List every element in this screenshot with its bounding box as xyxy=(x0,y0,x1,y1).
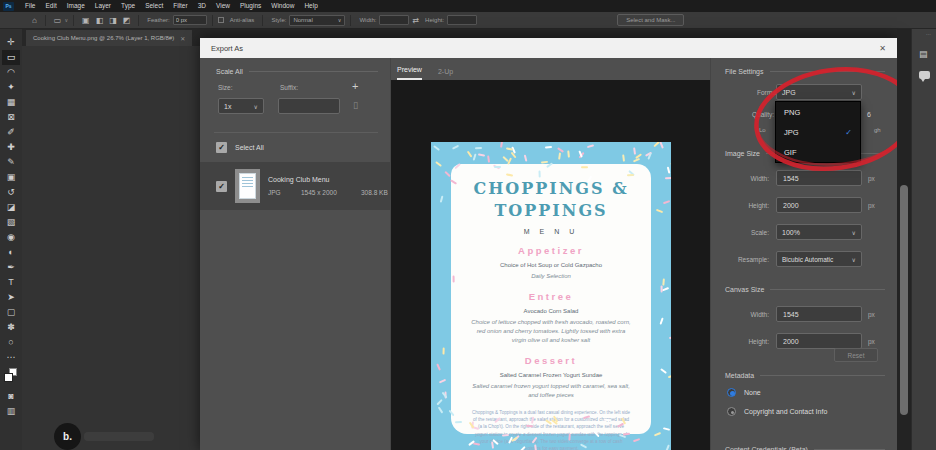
export-file-row[interactable]: ✓ Cooking Club Menu JPG 1545 x 2000 308.… xyxy=(200,162,390,210)
blur-tool-icon[interactable]: ◉ xyxy=(2,230,20,245)
menu-window[interactable]: Window xyxy=(266,0,299,12)
menu-image[interactable]: Image xyxy=(62,0,90,12)
menu-type[interactable]: Type xyxy=(116,0,140,12)
file-checkbox[interactable]: ✓ xyxy=(216,181,227,192)
comments-panel-icon[interactable] xyxy=(919,71,930,79)
menu-layer[interactable]: Layer xyxy=(90,0,116,12)
move-tool-icon[interactable]: ✛ xyxy=(2,35,20,50)
chevron-down-icon[interactable]: ∨ xyxy=(64,17,68,23)
image-height-input[interactable] xyxy=(776,197,862,213)
frame-tool-icon[interactable]: ⊠ xyxy=(2,110,20,125)
menu-filter[interactable]: Filter xyxy=(168,0,192,12)
format-select[interactable]: JPG ∨ xyxy=(776,84,862,100)
screen-mode-icon[interactable]: ▥ xyxy=(2,404,20,419)
menu-file[interactable]: File xyxy=(20,0,40,12)
scrollbar-track[interactable] xyxy=(897,29,911,450)
scrollbar-thumb[interactable] xyxy=(900,185,908,415)
reset-button[interactable]: Reset xyxy=(834,348,878,362)
radio-selected[interactable] xyxy=(727,388,736,397)
history-brush-tool-icon[interactable]: ↺ xyxy=(2,185,20,200)
clone-stamp-tool-icon[interactable]: ▣ xyxy=(2,170,20,185)
menu-section-appetizer: AppetizerChoice of Hot Soup or Cold Gazp… xyxy=(465,245,637,281)
select-all-label: Select All xyxy=(235,144,264,151)
format-option-gif[interactable]: GIF xyxy=(776,142,860,162)
select-and-mask-button[interactable]: Select and Mask... xyxy=(617,14,684,26)
add-to-selection-icon[interactable]: ◧ xyxy=(96,16,104,25)
menu-section-heading: Entree xyxy=(465,291,637,302)
sprinkle-decoration xyxy=(668,335,671,339)
eyedropper-tool-icon[interactable]: ✐ xyxy=(2,125,20,140)
layers-panel-icon[interactable]: ▤ xyxy=(919,49,928,59)
tab-close-icon[interactable]: ✕ xyxy=(180,35,185,42)
image-width-input[interactable] xyxy=(776,170,862,186)
menu-section-dessert: DessertSalted Caramel Frozen Yogurt Sund… xyxy=(465,355,637,400)
sprinkle-decoration xyxy=(662,278,665,285)
gradient-tool-icon[interactable]: ▧ xyxy=(2,215,20,230)
anti-alias-checkbox[interactable] xyxy=(218,17,224,23)
dock-options-icon[interactable]: ⋯ xyxy=(926,31,931,37)
brush-tool-icon[interactable]: ✎ xyxy=(2,155,20,170)
format-option-jpg[interactable]: JPG✓ xyxy=(776,122,860,142)
marquee-preset-icon[interactable]: ▭ xyxy=(54,16,62,25)
resample-select[interactable]: Bicubic Automatic ∨ xyxy=(776,251,862,267)
tab-2up[interactable]: 2-Up xyxy=(438,68,453,80)
intersect-selection-icon[interactable]: ◩ xyxy=(123,16,131,25)
swap-dimensions-icon[interactable]: ⇄ xyxy=(412,16,419,25)
sprinkle-decoration xyxy=(648,153,653,160)
menu-plugins[interactable]: Plugins xyxy=(235,0,266,12)
menu-edit[interactable]: Edit xyxy=(40,0,61,12)
canvas-width-label: Width: xyxy=(721,311,769,318)
eraser-tool-icon[interactable]: ◪ xyxy=(2,200,20,215)
sprinkle-decoration xyxy=(455,420,462,423)
feather-label: Feather: xyxy=(147,17,169,23)
menu-3d[interactable]: 3D xyxy=(193,0,211,12)
home-icon[interactable]: ⌂ xyxy=(32,16,37,25)
style-select[interactable]: Normal ∨ xyxy=(289,15,345,26)
canvas-height-input[interactable] xyxy=(776,333,862,349)
type-tool-icon[interactable]: T xyxy=(2,275,20,290)
close-icon[interactable]: ✕ xyxy=(879,44,886,53)
image-width-unit: px xyxy=(868,175,875,182)
rectangular-marquee-tool-icon[interactable]: ▭ xyxy=(2,50,20,65)
foreground-color-swatch[interactable] xyxy=(4,373,13,382)
tab-preview[interactable]: Preview xyxy=(397,66,422,80)
crop-tool-icon[interactable]: ▦ xyxy=(2,95,20,110)
size-select[interactable]: 1x ∨ xyxy=(218,98,264,114)
menu-select[interactable]: Select xyxy=(140,0,168,12)
metadata-option-copyright-and-contact-info[interactable]: Copyright and Contact Info xyxy=(727,407,827,416)
menu-view[interactable]: View xyxy=(211,0,235,12)
sprinkle-decoration xyxy=(436,161,443,167)
rectangle-tool-icon[interactable]: ▢ xyxy=(2,305,20,320)
path-selection-tool-icon[interactable]: ➤ xyxy=(2,290,20,305)
sprinkle-decoration xyxy=(436,399,442,405)
select-all-checkbox[interactable]: ✓ xyxy=(216,142,227,153)
document-tab[interactable]: Cooking Club Menu.png @ 26.7% (Layer 1, … xyxy=(26,30,192,46)
radio-unselected[interactable] xyxy=(727,407,736,416)
dodge-tool-icon[interactable]: ◐ xyxy=(2,245,20,260)
spot-healing-tool-icon[interactable]: ✚ xyxy=(2,140,20,155)
feather-input[interactable] xyxy=(173,15,207,25)
file-thumbnail xyxy=(235,169,260,203)
add-scale-icon[interactable]: + xyxy=(352,80,358,92)
zoom-tool-icon[interactable]: ○ xyxy=(2,335,20,350)
subtract-from-selection-icon[interactable]: ◨ xyxy=(109,16,117,25)
sprinkle-decoration xyxy=(627,173,634,175)
quick-mask-icon[interactable]: ◙ xyxy=(2,389,20,404)
hand-tool-icon[interactable]: ✽ xyxy=(2,320,20,335)
quick-selection-tool-icon[interactable]: ✦ xyxy=(2,80,20,95)
pen-tool-icon[interactable]: ✒ xyxy=(2,260,20,275)
suffix-input[interactable] xyxy=(278,98,340,114)
new-selection-icon[interactable]: ▣ xyxy=(82,16,90,25)
delete-scale-icon[interactable]: ▯ xyxy=(353,100,358,110)
width-input[interactable] xyxy=(379,15,409,25)
format-option-png[interactable]: PNG xyxy=(776,102,860,122)
canvas-width-input[interactable] xyxy=(776,306,862,322)
menu-help[interactable]: Help xyxy=(299,0,322,12)
chevron-down-icon: ∨ xyxy=(852,256,856,263)
height-input[interactable] xyxy=(447,15,477,25)
color-swatches[interactable] xyxy=(2,367,20,387)
scale-select[interactable]: 100% ∨ xyxy=(776,224,862,240)
more-tools-icon[interactable]: ⋯ xyxy=(2,350,20,365)
lasso-tool-icon[interactable]: ◠ xyxy=(2,65,20,80)
metadata-option-none[interactable]: None xyxy=(727,388,827,397)
